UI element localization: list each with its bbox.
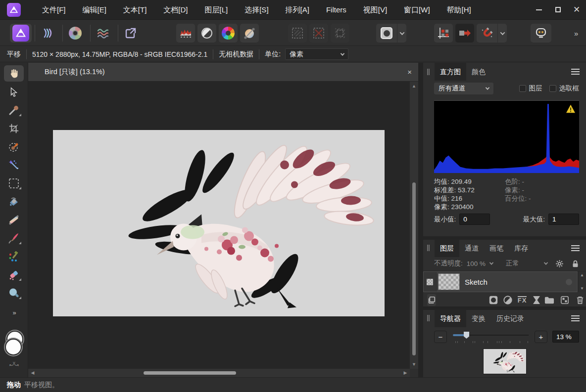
auto-contrast-button[interactable] bbox=[197, 24, 216, 43]
menu-view[interactable]: 视图[V] bbox=[355, 0, 395, 20]
menu-file[interactable]: 文件[F] bbox=[34, 0, 74, 20]
marquee-tool[interactable] bbox=[4, 175, 24, 191]
menu-text[interactable]: 文本[T] bbox=[115, 0, 155, 20]
layer-visibility-toggle[interactable] bbox=[566, 279, 572, 285]
layer-name[interactable]: Sketch bbox=[465, 278, 488, 286]
horizontal-scroll-thumb[interactable] bbox=[144, 371, 236, 375]
select-all-button[interactable] bbox=[288, 24, 307, 43]
histogram-chart[interactable] bbox=[434, 100, 579, 173]
lock-icon[interactable] bbox=[572, 260, 579, 268]
minimize-button[interactable] bbox=[530, 0, 548, 20]
colour-replacement-brush-tool[interactable] bbox=[4, 248, 24, 264]
horizontal-scrollbar[interactable]: ◀ ▶ bbox=[28, 369, 410, 377]
zoom-slider[interactable] bbox=[453, 330, 529, 343]
zoom-out-button[interactable]: − bbox=[434, 331, 447, 343]
histogram-warning-icon[interactable] bbox=[566, 104, 576, 113]
new-pixel-layer-button[interactable] bbox=[558, 294, 571, 306]
develop-persona-button[interactable] bbox=[66, 24, 85, 43]
vertical-scrollbar[interactable]: ▲ ▼ bbox=[410, 82, 418, 369]
canvas[interactable] bbox=[53, 130, 385, 316]
pixel-alignment-grid-button[interactable] bbox=[434, 24, 453, 43]
scroll-right-icon[interactable]: ▶ bbox=[402, 369, 409, 377]
auto-levels-button[interactable] bbox=[176, 24, 195, 43]
vertical-scroll-thumb[interactable] bbox=[412, 182, 416, 355]
layer-row-sketch[interactable]: Sketch bbox=[423, 271, 578, 292]
panel-grip-icon[interactable] bbox=[427, 69, 430, 75]
auto-white-balance-button[interactable] bbox=[240, 24, 259, 43]
layer-list-scrollbar[interactable]: ▲ ▼ bbox=[578, 271, 586, 292]
panel-menu-icon[interactable] bbox=[571, 69, 580, 75]
zoom-value-input[interactable] bbox=[552, 331, 579, 343]
tab-layers[interactable]: 图层 bbox=[435, 239, 459, 257]
document-tab-close-icon[interactable]: × bbox=[407, 68, 412, 76]
layer-checkbox[interactable] bbox=[519, 85, 526, 92]
gear-icon[interactable] bbox=[555, 260, 564, 268]
panel-menu-icon[interactable] bbox=[571, 315, 580, 321]
panel-grip-icon[interactable] bbox=[427, 245, 430, 251]
paint-brush-tool[interactable] bbox=[4, 230, 24, 246]
menu-document[interactable]: 文档[D] bbox=[155, 0, 196, 20]
tab-stock[interactable]: 库存 bbox=[509, 239, 534, 257]
navigator-thumbnail[interactable] bbox=[484, 349, 526, 374]
close-button[interactable]: ✕ bbox=[567, 0, 586, 20]
tone-mapping-persona-button[interactable] bbox=[94, 24, 112, 43]
menu-filters[interactable]: Filters bbox=[318, 0, 355, 20]
deselect-button[interactable] bbox=[309, 24, 328, 43]
flood-fill-tool[interactable] bbox=[4, 193, 24, 210]
panel-menu-icon[interactable] bbox=[571, 245, 580, 251]
selection-brush-tool[interactable] bbox=[4, 138, 24, 155]
auto-colour-button[interactable] bbox=[219, 24, 238, 43]
fill-colour-swatch[interactable] bbox=[5, 339, 22, 355]
tab-history[interactable]: 历史记录 bbox=[491, 309, 530, 327]
scroll-up-icon[interactable]: ▲ bbox=[410, 83, 418, 89]
menu-select[interactable]: 选择[S] bbox=[236, 0, 277, 20]
snapping-magnet-button[interactable] bbox=[477, 24, 497, 43]
blur-tool[interactable] bbox=[4, 285, 24, 301]
canvas-viewport[interactable]: ▲ ▼ ◀ ▶ bbox=[28, 82, 418, 377]
photo-persona-button[interactable] bbox=[10, 24, 32, 43]
scroll-down-icon[interactable]: ▼ bbox=[578, 286, 586, 291]
crop-tool[interactable] bbox=[4, 120, 24, 136]
document-tab[interactable]: Bird [只读] (13.1%) × bbox=[28, 63, 418, 82]
export-persona-button[interactable] bbox=[121, 24, 140, 43]
move-tool[interactable] bbox=[4, 84, 24, 100]
tab-brushes[interactable]: 画笔 bbox=[484, 239, 509, 257]
delete-layer-button[interactable] bbox=[574, 294, 586, 306]
colour-swatches[interactable] bbox=[4, 331, 25, 356]
adjustment-layer-button[interactable] bbox=[501, 294, 514, 306]
duplicate-layer-button[interactable] bbox=[427, 294, 436, 306]
zoom-slider-handle[interactable] bbox=[464, 332, 469, 339]
max-value-input[interactable] bbox=[548, 214, 579, 225]
channel-dropdown[interactable]: 所有通道 bbox=[434, 83, 493, 94]
erase-tool[interactable] bbox=[4, 266, 24, 283]
move-by-whole-pixels-button[interactable] bbox=[455, 24, 474, 43]
maximize-button[interactable] bbox=[548, 0, 567, 20]
snapping-dropdown[interactable] bbox=[497, 24, 507, 43]
unit-dropdown[interactable]: 像素 bbox=[285, 48, 348, 60]
scroll-left-icon[interactable]: ◀ bbox=[29, 369, 36, 377]
tools-overflow-button[interactable]: » bbox=[12, 309, 15, 316]
min-value-input[interactable] bbox=[459, 214, 490, 225]
mask-preview-dropdown[interactable] bbox=[397, 24, 406, 43]
marquee-checkbox[interactable] bbox=[549, 85, 556, 92]
swap-colours-icon[interactable]: ⤾⤿ bbox=[0, 361, 28, 367]
view-tool[interactable] bbox=[4, 65, 24, 82]
panel-grip-icon[interactable] bbox=[427, 315, 430, 321]
tab-navigator[interactable]: 导航器 bbox=[435, 309, 466, 327]
opacity-value[interactable]: 100 % bbox=[467, 260, 486, 267]
menu-edit[interactable]: 编辑[E] bbox=[74, 0, 115, 20]
flood-select-tool[interactable] bbox=[4, 157, 24, 173]
toolbar-overflow-button[interactable]: » bbox=[574, 29, 577, 38]
invert-selection-button[interactable] bbox=[331, 24, 349, 43]
mask-layer-button[interactable] bbox=[487, 294, 500, 306]
tab-transform[interactable]: 变换 bbox=[466, 309, 491, 327]
live-filter-button[interactable]: FX bbox=[516, 294, 529, 306]
layer-effects-button[interactable] bbox=[530, 294, 543, 306]
menu-help[interactable]: 帮助[H] bbox=[439, 0, 480, 20]
assistant-button[interactable] bbox=[531, 24, 551, 43]
layer-thumbnail[interactable] bbox=[438, 273, 460, 290]
scroll-up-icon[interactable]: ▲ bbox=[578, 273, 586, 277]
gradient-tool[interactable] bbox=[4, 212, 24, 228]
scroll-down-icon[interactable]: ▼ bbox=[410, 361, 418, 368]
chevron-down-icon[interactable] bbox=[544, 261, 548, 264]
